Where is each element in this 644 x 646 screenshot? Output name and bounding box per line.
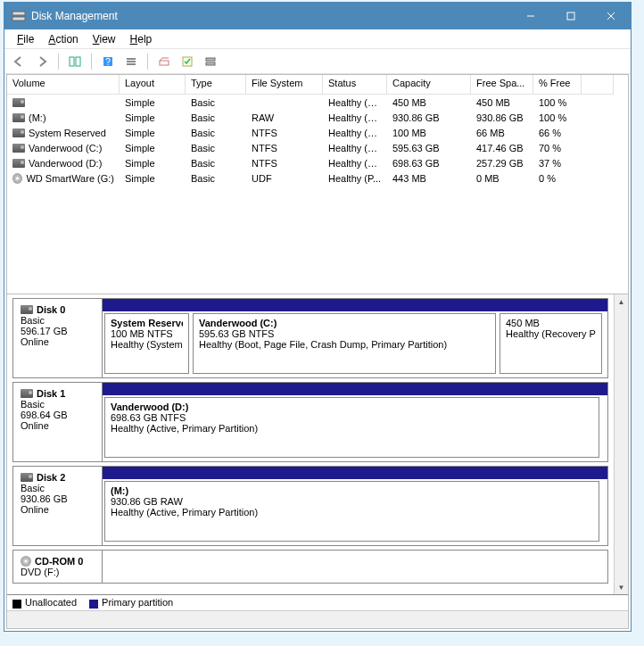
- volume-capacity: 930.86 GB: [387, 112, 471, 124]
- forward-button[interactable]: [31, 52, 53, 71]
- legend: Unallocated Primary partition: [7, 594, 628, 610]
- column-header[interactable]: Volume: [7, 75, 120, 95]
- column-header[interactable]: Layout: [120, 75, 186, 95]
- back-button[interactable]: [8, 52, 29, 71]
- volume-icon: [12, 113, 25, 122]
- volume-fs: RAW: [246, 112, 323, 124]
- settings-button[interactable]: [153, 52, 175, 71]
- disk-info: Disk 1Basic698.64 GBOnline: [13, 383, 103, 461]
- column-header[interactable]: [582, 75, 614, 95]
- partition[interactable]: Vanderwood (D:)698.63 GB NTFSHealthy (Ac…: [104, 397, 599, 458]
- column-header[interactable]: % Free: [533, 75, 582, 95]
- disk-icon: [21, 305, 33, 314]
- menubar: File Action View Help: [4, 29, 631, 49]
- refresh-button[interactable]: [177, 52, 198, 71]
- close-button[interactable]: [590, 3, 631, 29]
- properties-button[interactable]: [200, 52, 221, 71]
- volume-pct: 100 %: [533, 112, 582, 124]
- volume-status: Healthy (S...: [323, 127, 387, 139]
- volume-fs: NTFS: [246, 127, 323, 139]
- list-button[interactable]: [120, 52, 142, 71]
- statusbar: [7, 610, 628, 628]
- volume-status: Healthy (P...: [323, 172, 387, 185]
- volume-type: Basic: [186, 127, 246, 139]
- volume-icon: [12, 159, 25, 168]
- window-title: Disk Management: [31, 10, 510, 22]
- vertical-scrollbar[interactable]: ▲ ▼: [614, 294, 628, 594]
- menu-file[interactable]: File: [10, 31, 41, 47]
- volume-fs: [246, 102, 323, 104]
- disk-icon: [21, 389, 33, 398]
- disk-state: Online: [21, 420, 95, 431]
- volume-row[interactable]: (M:)SimpleBasicRAWHealthy (A...930.86 GB…: [7, 110, 628, 125]
- volume-icon: [12, 144, 25, 153]
- column-header[interactable]: Status: [323, 75, 387, 95]
- volume-layout: Simple: [120, 172, 186, 185]
- help-button[interactable]: ?: [97, 52, 119, 71]
- partition[interactable]: 450 MBHealthy (Recovery Partit: [500, 313, 602, 374]
- volume-row[interactable]: System ReservedSimpleBasicNTFSHealthy (S…: [7, 125, 628, 140]
- volume-fs: UDF: [246, 172, 323, 185]
- svg-rect-1: [12, 17, 25, 21]
- disk-block[interactable]: Disk 2Basic930.86 GBOnline(M:)930.86 GB …: [12, 466, 608, 546]
- volume-pct: 37 %: [533, 157, 582, 170]
- partition[interactable]: Vanderwood (C:)595.63 GB NTFSHealthy (Bo…: [193, 313, 496, 374]
- volume-row[interactable]: WD SmartWare (G:)SimpleBasicUDFHealthy (…: [7, 170, 628, 186]
- partition-status: Healthy (Active, Primary Partition): [111, 507, 593, 518]
- volume-capacity: 443 MB: [387, 172, 471, 185]
- volume-row[interactable]: Vanderwood (C:)SimpleBasicNTFSHealthy (B…: [7, 140, 628, 155]
- disk-block[interactable]: Disk 1Basic698.64 GBOnlineVanderwood (D:…: [12, 382, 608, 462]
- disk-icon: [21, 473, 33, 482]
- partition[interactable]: System Reserve100 MB NTFSHealthy (System…: [104, 313, 189, 374]
- volume-free: 257.29 GB: [471, 157, 533, 170]
- partition[interactable]: (M:)930.86 GB RAWHealthy (Active, Primar…: [104, 481, 599, 542]
- volume-layout: Simple: [120, 112, 186, 124]
- menu-view[interactable]: View: [86, 31, 123, 47]
- column-header[interactable]: File System: [246, 75, 323, 95]
- primary-swatch-icon: [89, 600, 98, 609]
- scroll-up-icon[interactable]: ▲: [615, 294, 628, 309]
- scroll-down-icon[interactable]: ▼: [615, 580, 628, 594]
- legend-primary: Primary partition: [89, 597, 173, 608]
- volume-status: Healthy (R...: [323, 96, 387, 109]
- volume-layout: Simple: [120, 127, 186, 139]
- volume-layout: Simple: [120, 157, 186, 170]
- volume-type: Basic: [186, 96, 246, 109]
- disk-type: Basic: [21, 399, 95, 410]
- partition-name: Vanderwood (D:): [111, 402, 593, 412]
- disk-block[interactable]: CD-ROM 0DVD (F:): [12, 550, 608, 584]
- toolbar-separator: [58, 54, 59, 70]
- svg-rect-12: [127, 63, 136, 65]
- disk-partitions: Vanderwood (D:)698.63 GB NTFSHealthy (Ac…: [103, 383, 607, 461]
- legend-unallocated: Unallocated: [12, 597, 77, 608]
- partition-size: 698.63 GB NTFS: [111, 412, 593, 423]
- menu-help[interactable]: Help: [123, 31, 160, 47]
- volume-pct: 70 %: [533, 142, 582, 154]
- disk-block[interactable]: Disk 0Basic596.17 GBOnlineSystem Reserve…: [12, 298, 608, 378]
- disk-partitions: (M:)930.86 GB RAWHealthy (Active, Primar…: [103, 467, 607, 545]
- minimize-button[interactable]: [510, 3, 550, 29]
- volume-free: 930.86 GB: [471, 112, 533, 124]
- column-header[interactable]: Free Spa...: [471, 75, 533, 95]
- volume-row[interactable]: Vanderwood (D:)SimpleBasicNTFSHealthy (A…: [7, 155, 628, 170]
- partition-status: Healthy (Recovery Partit: [506, 328, 596, 339]
- volume-capacity: 595.63 GB: [387, 142, 471, 154]
- partition-name: Vanderwood (C:): [199, 318, 490, 328]
- disk-type: Basic: [21, 483, 95, 493]
- titlebar[interactable]: Disk Management: [4, 3, 631, 29]
- partition-header-bar: [103, 383, 607, 395]
- volume-row[interactable]: SimpleBasicHealthy (R...450 MB450 MB100 …: [7, 95, 628, 110]
- partition-header-bar: [103, 467, 607, 479]
- disk-name: Disk 2: [21, 472, 95, 483]
- volume-capacity: 698.63 GB: [387, 157, 471, 170]
- disk-partitions: [103, 551, 607, 583]
- volume-capacity: 450 MB: [387, 96, 471, 109]
- volume-name: System Reserved: [29, 128, 106, 138]
- maximize-button[interactable]: [550, 3, 590, 29]
- column-header[interactable]: Type: [186, 75, 246, 95]
- menu-action[interactable]: Action: [41, 31, 85, 47]
- show-hide-button[interactable]: [64, 52, 86, 71]
- disk-icon: [21, 556, 31, 567]
- column-header[interactable]: Capacity: [387, 75, 471, 95]
- toolbar-separator: [147, 54, 148, 70]
